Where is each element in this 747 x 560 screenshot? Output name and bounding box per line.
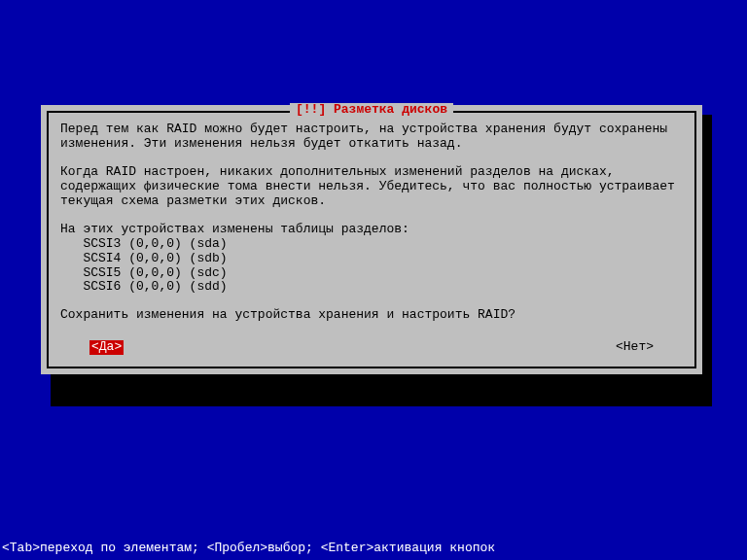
button-row: <Да> <Нет>: [60, 336, 683, 361]
changed-devices-block: На этих устройствах изменены таблицы раз…: [60, 223, 683, 296]
dialog-frame: [!!] Разметка дисков Перед тем как RAID …: [47, 111, 696, 368]
changed-devices-label: На этих устройствах изменены таблицы раз…: [60, 222, 409, 236]
yes-button[interactable]: <Да>: [89, 340, 124, 355]
warning-para-2: Когда RAID настроен, никаких дополнитель…: [60, 165, 683, 209]
device-item: SCSI5 (0,0,0) (sdc): [83, 265, 227, 280]
device-item: SCSI6 (0,0,0) (sdd): [83, 279, 227, 294]
confirm-question: Сохранить изменения на устройства хранен…: [60, 308, 683, 323]
dialog-title: [!!] Разметка дисков: [290, 103, 453, 118]
device-item: SCSI3 (0,0,0) (sda): [83, 236, 227, 251]
dialog: [!!] Разметка дисков Перед тем как RAID …: [41, 105, 702, 374]
device-item: SCSI4 (0,0,0) (sdb): [83, 251, 227, 265]
warning-para-1: Перед тем как RAID можно будет настроить…: [60, 122, 683, 152]
footer-help: <Tab>переход по элементам; <Пробел>выбор…: [2, 542, 495, 556]
no-button[interactable]: <Нет>: [616, 340, 654, 355]
